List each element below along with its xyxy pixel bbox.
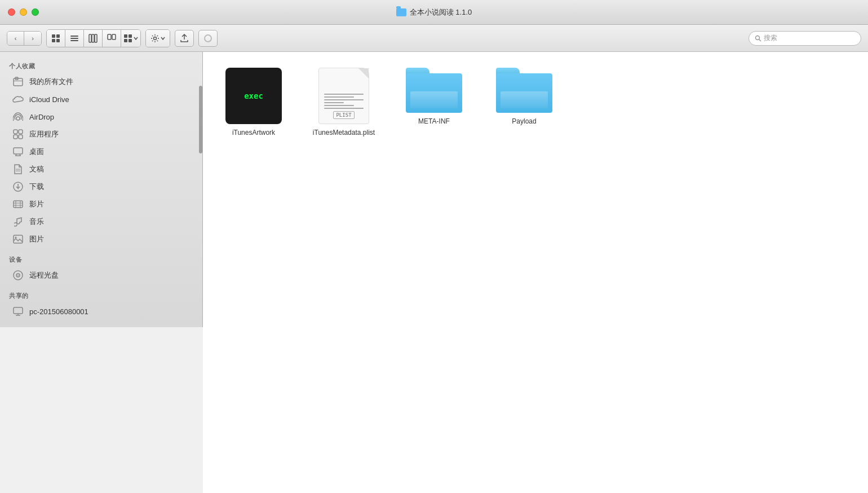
sidebar-item-icloud[interactable]: iCloud Drive xyxy=(3,91,199,108)
chevron-down-icon xyxy=(161,36,165,41)
pc-icon xyxy=(12,306,24,317)
sidebar-item-remote-disc[interactable]: 远程光盘 xyxy=(3,267,199,284)
svg-rect-8 xyxy=(92,34,94,42)
sidebar-label-pc-shared: pc-201506080001 xyxy=(29,307,88,316)
view-list-button[interactable] xyxy=(65,30,84,47)
grid-icon xyxy=(51,34,60,43)
file-grid: exec iTunesArtwork PLIST xyxy=(214,63,857,142)
gear-button[interactable] xyxy=(146,30,170,47)
desktop-icon xyxy=(12,146,24,157)
toolbar: ‹ › xyxy=(0,25,868,52)
forward-button[interactable]: › xyxy=(24,32,41,45)
svg-rect-2 xyxy=(52,39,55,42)
svg-rect-5 xyxy=(70,38,78,39)
scrollbar-thumb xyxy=(199,86,202,153)
svg-rect-26 xyxy=(14,135,17,139)
svg-rect-35 xyxy=(14,201,23,208)
svg-rect-1 xyxy=(56,34,60,38)
view-group-button[interactable] xyxy=(121,30,140,47)
sidebar-item-music[interactable]: 音乐 xyxy=(3,213,199,230)
search-icon xyxy=(755,35,761,42)
all-files-icon xyxy=(12,76,24,87)
pictures-icon xyxy=(12,234,24,245)
sidebar-item-pc-shared[interactable]: pc-201506080001 xyxy=(3,303,199,320)
sidebar: 个人收藏 我的所有文件 iCloud Drive xyxy=(0,52,203,493)
file-item-meta-inf[interactable]: META-INF xyxy=(395,63,473,142)
sidebar-label-airdrop: AirDrop xyxy=(29,113,54,121)
sidebar-item-apps[interactable]: 应用程序 xyxy=(3,126,199,143)
file-label-itunes-metadata: iTunesMetadata.plist xyxy=(313,129,375,138)
sidebar-label-apps: 应用程序 xyxy=(29,129,59,139)
tag-icon xyxy=(203,34,212,43)
sidebar-scrollbar[interactable] xyxy=(198,52,203,493)
sidebar-label-all-files: 我的所有文件 xyxy=(29,77,73,87)
sidebar-label-documents: 文稿 xyxy=(29,164,44,174)
action-buttons xyxy=(145,29,170,47)
sidebar-item-pictures[interactable]: 图片 xyxy=(3,231,199,248)
svg-rect-25 xyxy=(19,130,23,134)
view-grid-button[interactable] xyxy=(47,30,65,47)
downloads-icon xyxy=(12,181,24,192)
svg-rect-46 xyxy=(14,307,23,314)
minimize-button[interactable] xyxy=(20,8,27,16)
view-cover-button[interactable] xyxy=(103,30,121,47)
svg-rect-10 xyxy=(108,34,111,39)
sidebar-label-desktop: 桌面 xyxy=(29,147,44,157)
file-content-area: exec iTunesArtwork PLIST xyxy=(203,52,868,493)
search-placeholder: 搜索 xyxy=(764,33,777,43)
svg-rect-12 xyxy=(124,34,127,38)
svg-rect-28 xyxy=(14,148,23,154)
sidebar-item-airdrop[interactable]: AirDrop xyxy=(3,108,199,125)
sidebar-item-movies[interactable]: 影片 xyxy=(3,196,199,213)
sidebar-label-icloud: iCloud Drive xyxy=(29,95,69,104)
file-label-itunes-artwork: iTunesArtwork xyxy=(232,129,275,138)
svg-rect-3 xyxy=(56,39,60,42)
svg-rect-21 xyxy=(14,81,23,81)
titlebar: 全本小说阅读 1.1.0 xyxy=(0,0,868,25)
sidebar-section-devices: 设备 xyxy=(0,252,202,266)
plist-file-icon: PLIST xyxy=(318,68,369,124)
sidebar-item-downloads[interactable]: 下载 xyxy=(3,178,199,195)
tag-button[interactable] xyxy=(198,30,218,47)
svg-point-17 xyxy=(205,35,211,42)
svg-rect-15 xyxy=(129,39,132,42)
view-columns-button[interactable] xyxy=(84,30,103,47)
sidebar-label-remote-disc: 远程光盘 xyxy=(29,270,59,280)
svg-point-23 xyxy=(16,117,20,120)
group-icon xyxy=(123,34,132,43)
sidebar-section-shared: 共享的 xyxy=(0,288,202,302)
sidebar-section-favorites: 个人收藏 xyxy=(0,59,202,73)
sidebar-label-pictures: 图片 xyxy=(29,234,44,244)
share-button[interactable] xyxy=(175,30,194,47)
cover-icon xyxy=(107,34,116,43)
itunes-artwork-icon: exec xyxy=(225,68,282,124)
icloud-icon xyxy=(12,94,24,105)
nav-buttons: ‹ › xyxy=(7,31,42,46)
maximize-button[interactable] xyxy=(32,8,39,16)
close-button[interactable] xyxy=(8,8,15,16)
plist-badge: PLIST xyxy=(333,111,354,119)
sidebar-item-documents[interactable]: 文稿 xyxy=(3,161,199,178)
svg-rect-0 xyxy=(52,34,55,38)
window-controls xyxy=(8,8,39,16)
file-item-itunes-artwork[interactable]: exec iTunesArtwork xyxy=(214,63,293,142)
file-item-payload[interactable]: Payload xyxy=(485,63,564,142)
search-box[interactable]: 搜索 xyxy=(749,31,861,46)
folder-icon-payload xyxy=(496,68,552,113)
file-label-payload: Payload xyxy=(512,117,536,126)
sidebar-item-desktop[interactable]: 桌面 xyxy=(3,143,199,160)
svg-rect-14 xyxy=(124,39,127,42)
svg-point-45 xyxy=(17,275,19,276)
movies-icon xyxy=(12,199,24,210)
sidebar-item-all-files[interactable]: 我的所有文件 xyxy=(3,73,199,90)
back-button[interactable]: ‹ xyxy=(7,32,24,45)
view-buttons xyxy=(46,29,141,47)
music-icon xyxy=(12,216,24,227)
apps-icon xyxy=(12,129,24,140)
sidebar-label-movies: 影片 xyxy=(29,199,44,209)
disc-icon xyxy=(12,270,24,281)
file-label-meta-inf: META-INF xyxy=(418,117,450,126)
file-item-itunes-metadata[interactable]: PLIST iTunesMetadata.plist xyxy=(304,63,383,142)
documents-icon xyxy=(12,164,24,175)
svg-rect-6 xyxy=(70,40,78,41)
